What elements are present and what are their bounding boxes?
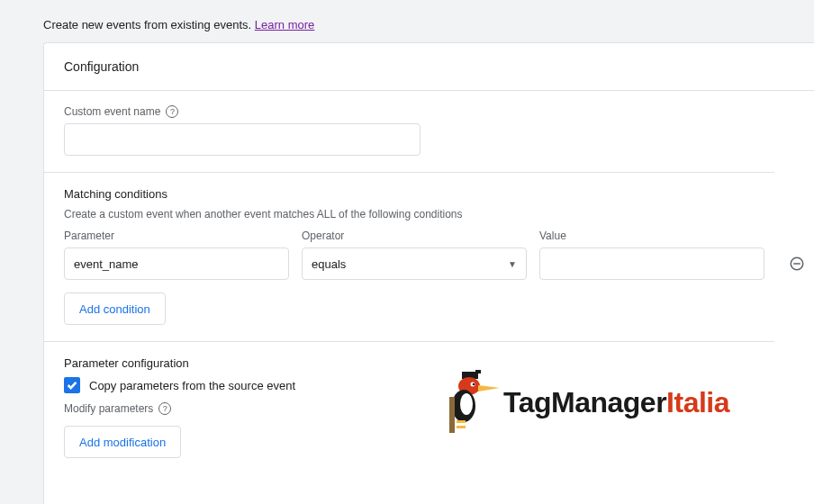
value-input[interactable] (539, 248, 764, 280)
logo-text: TagManagerItalia (503, 386, 729, 419)
help-icon[interactable]: ? (166, 105, 178, 118)
page-description: Create new events from existing events. … (0, 0, 814, 42)
check-icon (66, 379, 78, 392)
svg-rect-3 (475, 370, 481, 374)
custom-event-input[interactable] (64, 123, 421, 156)
op-label: Operator (302, 230, 527, 242)
parameter-field[interactable] (74, 257, 279, 271)
value-col: Value (539, 230, 764, 280)
card-title: Configuration (44, 43, 814, 91)
add-condition-button[interactable]: Add condition (64, 292, 166, 325)
label-text: Custom event name (64, 105, 160, 118)
svg-rect-12 (457, 426, 466, 428)
add-modification-button[interactable]: Add modification (64, 426, 181, 458)
tagmanageritalia-logo: TagManagerItalia (444, 370, 729, 435)
section-title: Parameter configuration (64, 356, 774, 370)
parameter-col: Parameter (64, 230, 289, 280)
param-label: Parameter (64, 230, 289, 242)
description-text: Create new events from existing events. (43, 18, 255, 32)
condition-row: Parameter Operator equals ▼ Value (64, 230, 774, 280)
woodpecker-icon (444, 370, 500, 435)
section-desc: Create a custom event when another event… (64, 208, 774, 220)
svg-rect-10 (449, 397, 455, 433)
svg-point-9 (460, 393, 473, 415)
remove-icon (789, 256, 805, 272)
learn-more-link[interactable]: Learn more (255, 18, 314, 32)
copy-params-checkbox[interactable] (64, 377, 80, 393)
copy-params-label: Copy parameters from the source event (89, 379, 295, 392)
operator-select[interactable]: equals ▼ (302, 248, 527, 280)
svg-rect-11 (457, 420, 466, 423)
label-text: Modify parameters (64, 402, 153, 415)
help-icon[interactable]: ? (158, 402, 171, 415)
section-title: Matching conditions (64, 187, 774, 201)
parameter-input[interactable] (64, 248, 289, 280)
custom-event-label: Custom event name ? (64, 105, 774, 118)
custom-event-section: Custom event name ? (44, 91, 774, 172)
parameter-config-section: Parameter configuration Copy parameters … (44, 341, 774, 474)
svg-point-6 (473, 383, 475, 386)
value-field[interactable] (549, 257, 755, 271)
operator-value: equals (312, 257, 346, 271)
val-label: Value (539, 230, 764, 242)
operator-col: Operator equals ▼ (302, 230, 527, 280)
remove-condition-button[interactable] (787, 254, 807, 274)
chevron-down-icon: ▼ (508, 259, 517, 269)
svg-marker-7 (478, 385, 500, 392)
matching-conditions-section: Matching conditions Create a custom even… (44, 172, 774, 341)
config-card: Configuration Custom event name ? Matchi… (43, 42, 814, 504)
